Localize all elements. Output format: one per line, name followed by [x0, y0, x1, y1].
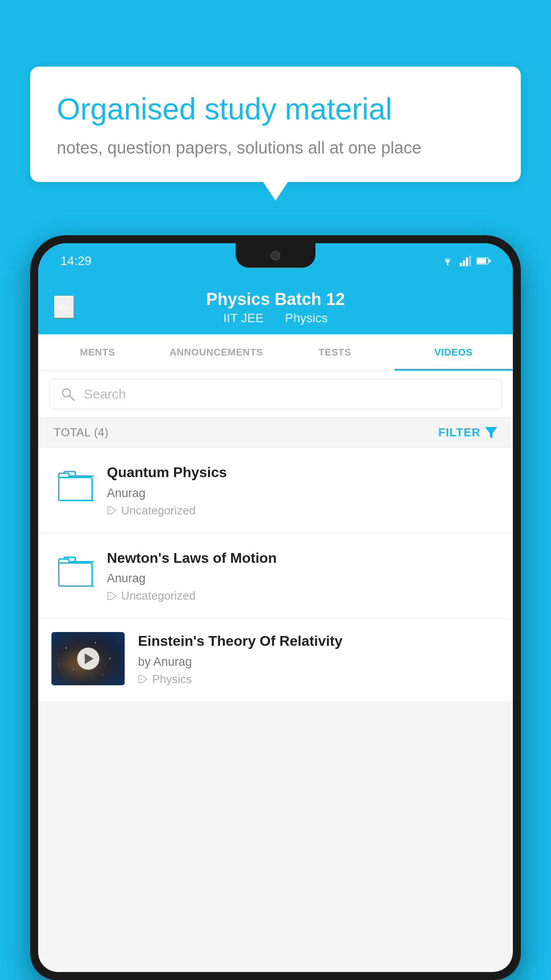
battery-icon [476, 257, 491, 265]
tab-videos[interactable]: VIDEOS [394, 334, 513, 371]
svg-rect-7 [489, 260, 491, 262]
speech-bubble-subtext: notes, question papers, solutions all at… [57, 138, 494, 158]
video-author: by Anurag [138, 655, 500, 669]
video-author: Anurag [107, 486, 500, 500]
svg-line-9 [70, 396, 74, 400]
folder-icon [58, 551, 94, 587]
search-icon [61, 387, 75, 401]
svg-rect-2 [463, 260, 465, 266]
svg-point-0 [447, 264, 449, 265]
svg-point-11 [110, 510, 111, 511]
video-thumbnail [51, 632, 125, 685]
tag-icon [107, 592, 118, 601]
tab-tests[interactable]: TESTS [276, 334, 394, 371]
back-button[interactable]: ← [54, 295, 74, 318]
speech-bubble: Organised study material notes, question… [30, 67, 521, 182]
status-bar: 14:29 [38, 243, 513, 279]
video-title: Newton's Laws of Motion [107, 549, 500, 568]
tabs-container: MENTS ANNOUNCEMENTS TESTS VIDEOS [38, 334, 513, 371]
notch [236, 243, 315, 268]
app-header: ← Physics Batch 12 IIT JEE Physics [38, 279, 513, 334]
filter-button[interactable]: FILTER [438, 426, 497, 439]
phone-inner: 14:29 [38, 243, 513, 972]
svg-marker-10 [485, 427, 497, 439]
signal-icon [460, 256, 471, 266]
video-tag: Uncategorized [107, 504, 500, 518]
svg-rect-1 [460, 263, 462, 266]
header-subtitle: IIT JEE Physics [56, 311, 495, 325]
phone-frame: 14:29 [30, 235, 521, 980]
wifi-icon [441, 256, 454, 266]
video-list: Quantum Physics Anurag Uncategorized [38, 448, 513, 702]
svg-rect-3 [466, 257, 468, 266]
video-tag-text: Physics [152, 672, 192, 686]
video-info: Einstein's Theory Of Relativity by Anura… [138, 632, 500, 686]
folder-icon [58, 466, 94, 501]
video-title: Einstein's Theory Of Relativity [138, 632, 500, 651]
tag-icon [107, 506, 118, 515]
play-triangle-icon [85, 653, 94, 664]
folder-icon-container [58, 463, 94, 503]
video-tag: Uncategorized [107, 589, 500, 603]
video-tag-text: Uncategorized [121, 504, 196, 518]
search-bar[interactable]: Search [49, 379, 502, 409]
video-tag-text: Uncategorized [121, 589, 196, 603]
filter-icon [485, 427, 497, 439]
svg-rect-4 [469, 256, 471, 266]
search-input[interactable]: Search [84, 387, 126, 402]
svg-point-12 [110, 595, 111, 597]
search-container: Search [38, 371, 513, 418]
tag-icon [138, 675, 149, 684]
list-item[interactable]: Quantum Physics Anurag Uncategorized [38, 448, 513, 533]
subtitle-part2: Physics [285, 311, 327, 325]
svg-rect-6 [477, 259, 486, 264]
video-author: Anurag [107, 572, 500, 585]
play-button[interactable] [77, 648, 99, 670]
svg-point-13 [141, 679, 142, 680]
tab-ments[interactable]: MENTS [38, 334, 157, 371]
list-item[interactable]: Einstein's Theory Of Relativity by Anura… [38, 619, 513, 702]
tab-announcements[interactable]: ANNOUNCEMENTS [157, 334, 276, 371]
speech-bubble-heading: Organised study material [57, 91, 494, 127]
folder-icon-container [58, 549, 94, 589]
speech-bubble-container: Organised study material notes, question… [30, 67, 521, 182]
video-title: Quantum Physics [107, 463, 500, 482]
camera-dot [271, 251, 280, 261]
status-time: 14:29 [60, 254, 91, 268]
header-title: Physics Batch 12 [56, 290, 495, 309]
status-icons [441, 256, 491, 266]
video-info: Newton's Laws of Motion Anurag Uncategor… [107, 549, 500, 603]
list-item[interactable]: Newton's Laws of Motion Anurag Uncategor… [38, 533, 513, 619]
subtitle-part1: IIT JEE [223, 311, 264, 325]
filter-bar: TOTAL (4) FILTER [38, 418, 513, 448]
total-count: TOTAL (4) [54, 426, 109, 439]
video-info: Quantum Physics Anurag Uncategorized [107, 463, 500, 518]
video-tag: Physics [138, 672, 500, 686]
